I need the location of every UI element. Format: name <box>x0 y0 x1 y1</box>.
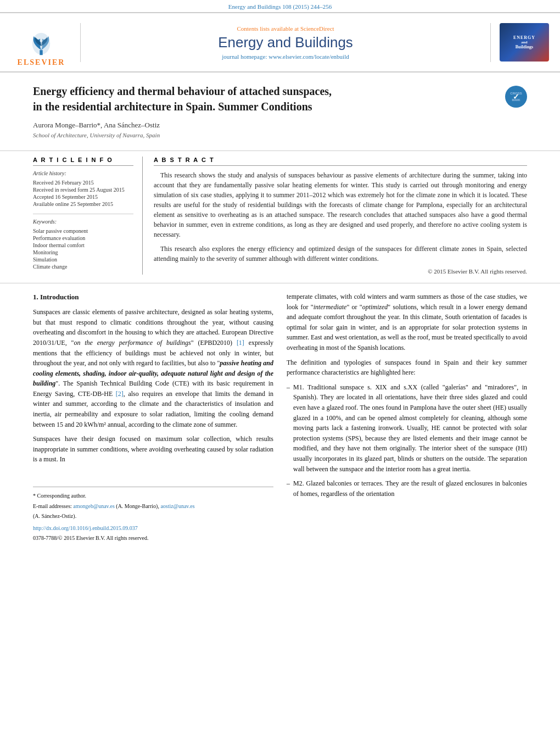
keyword-3: Indoor thermal comfort <box>33 242 133 248</box>
sciencedirect-link-text[interactable]: ScienceDirect <box>300 25 334 32</box>
keywords-list: Solar passive component Performance eval… <box>33 228 133 270</box>
journal-title: Energy and Buildings <box>92 34 479 51</box>
article-info-panel: A R T I C L E I N F O Article history: R… <box>33 157 143 275</box>
online-date: Available online 25 September 2015 <box>33 201 133 207</box>
body-right-column: temperate climates, with cold winters an… <box>287 292 527 544</box>
right-para-1: temperate climates, with cold winters an… <box>287 292 527 353</box>
intro-para-2: Sunspaces have their design focused on m… <box>33 434 273 465</box>
doi-link[interactable]: http://dx.doi.org/10.1016/j.enbuild.2015… <box>33 524 273 533</box>
journal-ref-text: Energy and Buildings 108 (2015) 244–256 <box>228 3 332 10</box>
abstract-heading: A B S T R A C T <box>154 157 527 166</box>
keyword-6: Climate change <box>33 264 133 270</box>
email1-link[interactable]: amongeb@unav.es <box>73 503 114 509</box>
journal-header: ELSEVIER Contents lists available at Sci… <box>0 12 560 72</box>
journal-header-center: Contents lists available at ScienceDirec… <box>80 23 491 62</box>
authors: Aurora Monge–Barrio*, Ana Sánchez–Ostiz <box>33 121 527 130</box>
article-info-heading: A R T I C L E I N F O <box>33 157 133 166</box>
affiliation: School of Architecture, University of Na… <box>33 132 527 138</box>
keyword-4: Monitoring <box>33 249 133 255</box>
list-item-m1-text: M1. Traditional sunspace s. XIX and s.XX… <box>293 382 527 474</box>
received-date: Received 26 February 2015 <box>33 180 133 186</box>
list-item-m2-text: M2. Glazed balconies or terraces. They a… <box>293 478 527 499</box>
keywords-label: Keywords: <box>33 219 133 225</box>
abstract-panel: A B S T R A C T This research shows the … <box>154 157 527 275</box>
keyword-1: Solar passive component <box>33 228 133 234</box>
paper-title-section: Energy efficiency and thermal behaviour … <box>0 72 560 151</box>
homepage-url[interactable]: www.elsevier.com/locate/enbuild <box>268 53 349 60</box>
email2-link[interactable]: aostiz@unav.es <box>160 503 194 509</box>
list-item-m2: – M2. Glazed balconies or terraces. They… <box>287 478 527 499</box>
abstract-para-2: This research also explores the energy e… <box>154 244 527 264</box>
footnote-corresponding: * Corresponding author. <box>33 492 273 500</box>
issn-text: 0378-7788/© 2015 Elsevier B.V. All right… <box>33 534 273 543</box>
keyword-5: Simulation <box>33 256 133 263</box>
intro-para-1: Sunspaces are classic elements of passiv… <box>33 307 273 429</box>
accepted-date: Accepted 16 September 2015 <box>33 194 133 200</box>
footnote-email: E-mail addresses: amongeb@unav.es (A. Mo… <box>33 502 273 511</box>
intro-heading: 1. Introduction <box>33 292 273 303</box>
abstract-text: This research shows the study and analys… <box>154 170 527 264</box>
paper-title: Energy efficiency and thermal behaviour … <box>33 83 494 114</box>
copyright-notice: © 2015 Elsevier B.V. All rights reserved… <box>154 268 527 275</box>
footnote-name-ref: (A. Sánchez-Ostiz). <box>33 512 273 521</box>
svg-text:CROSS: CROSS <box>510 92 522 95</box>
article-info-abstract: A R T I C L E I N F O Article history: R… <box>0 151 560 283</box>
journal-logo-right: ENERGY and Buildings <box>500 23 549 62</box>
paper-body: 1. Introduction Sunspaces are classic el… <box>0 283 560 553</box>
section-num: 1. <box>33 293 38 301</box>
svg-text:MARK: MARK <box>512 98 520 102</box>
list-item-m1: – M1. Traditional sunspace s. XIX and s.… <box>287 382 527 474</box>
journal-reference: Energy and Buildings 108 (2015) 244–256 <box>0 0 560 12</box>
keyword-2: Performance evaluation <box>33 235 133 241</box>
homepage-line: journal homepage: www.elsevier.com/locat… <box>92 53 479 60</box>
history-label: Article history: <box>33 170 133 176</box>
revised-date: Received in revised form 25 August 2015 <box>33 187 133 193</box>
elsevier-brand: ELSEVIER <box>18 58 65 67</box>
body-left-column: 1. Introduction Sunspaces are classic el… <box>33 292 273 544</box>
crossmark-badge: ✓ CROSS MARK <box>505 86 527 108</box>
section-title: Introduction <box>40 293 79 301</box>
right-para-2: The definition and typologies of sunspac… <box>287 358 527 378</box>
abstract-para-1: This research shows the study and analys… <box>154 170 527 239</box>
elsevier-logo: ELSEVIER <box>11 18 71 67</box>
sciencedirect-line: Contents lists available at ScienceDirec… <box>92 25 479 32</box>
